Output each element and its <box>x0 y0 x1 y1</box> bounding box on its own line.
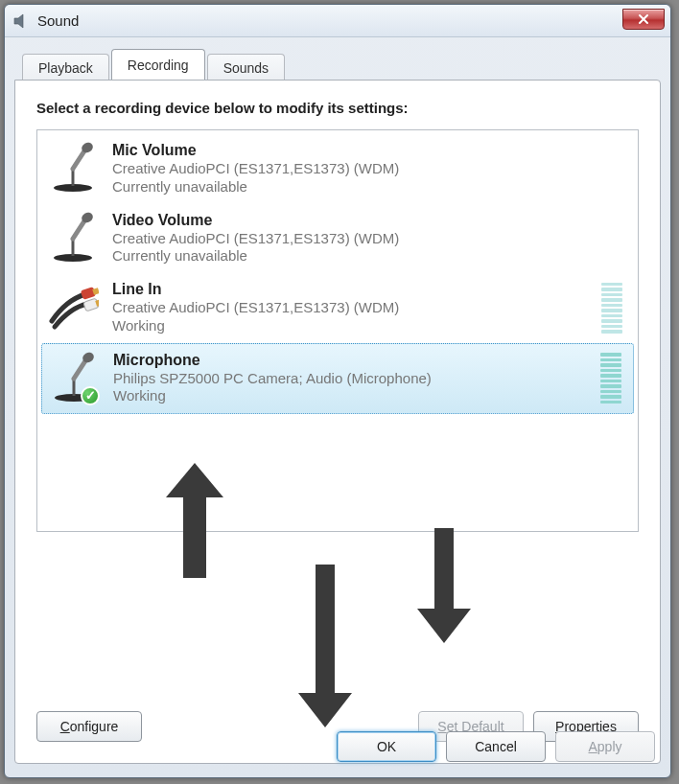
level-meter <box>600 354 621 404</box>
device-item-selected[interactable]: ✓ Microphone Philips SPZ5000 PC Camera; … <box>41 343 634 415</box>
titlebar[interactable]: Sound <box>5 5 670 37</box>
tab-playback[interactable]: Playback <box>22 54 109 81</box>
device-desc: Philips SPZ5000 PC Camera; Audio (Microp… <box>113 369 623 388</box>
annotation-arrow-down <box>417 528 471 643</box>
tab-strip: Playback Recording Sounds <box>14 47 661 80</box>
device-item[interactable]: Mic Volume Creative AudioPCI (ES1371,ES1… <box>41 134 634 204</box>
dialog-button-row: OK Cancel Apply <box>337 731 655 762</box>
audio-cable-icon <box>47 281 99 333</box>
device-desc: Creative AudioPCI (ES1371,ES1373) (WDM) <box>112 229 624 248</box>
svg-marker-0 <box>14 14 23 28</box>
device-list[interactable]: Mic Volume Creative AudioPCI (ES1371,ES1… <box>36 129 639 532</box>
cancel-button[interactable]: Cancel <box>446 731 546 762</box>
device-status: Working <box>112 317 624 334</box>
apply-button[interactable]: Apply <box>555 731 655 762</box>
close-button[interactable] <box>622 9 665 30</box>
svg-marker-12 <box>417 528 471 643</box>
annotation-arrow-down <box>298 565 352 727</box>
level-meter <box>601 283 622 334</box>
device-name: Mic Volume <box>112 142 624 159</box>
device-name: Line In <box>112 281 624 298</box>
device-status: Working <box>113 387 623 404</box>
microphone-icon: ✓ <box>48 352 100 404</box>
tab-recording[interactable]: Recording <box>111 49 205 80</box>
device-desc: Creative AudioPCI (ES1371,ES1373) (WDM) <box>112 159 624 178</box>
device-status: Currently unavailable <box>112 178 624 195</box>
ok-button[interactable]: OK <box>337 731 436 762</box>
device-item[interactable]: Line In Creative AudioPCI (ES1371,ES1373… <box>41 273 634 343</box>
microphone-icon <box>47 142 99 194</box>
device-name: Microphone <box>113 352 623 369</box>
speaker-icon <box>12 12 30 30</box>
instruction-text: Select a recording device below to modif… <box>36 100 639 116</box>
configure-button[interactable]: CConfigureonfigure <box>36 711 142 742</box>
tab-sounds[interactable]: Sounds <box>207 54 285 81</box>
device-item[interactable]: Video Volume Creative AudioPCI (ES1371,E… <box>41 204 634 274</box>
window-title: Sound <box>37 12 79 29</box>
annotation-arrow-up <box>166 463 223 578</box>
device-desc: Creative AudioPCI (ES1371,ES1373) (WDM) <box>112 298 624 317</box>
sound-dialog: Sound Playback Recording Sounds Select a… <box>4 4 671 778</box>
device-name: Video Volume <box>112 212 624 229</box>
svg-marker-13 <box>298 565 352 727</box>
device-status: Currently unavailable <box>112 247 624 264</box>
microphone-icon <box>47 212 99 264</box>
svg-marker-11 <box>166 463 223 578</box>
default-check-icon: ✓ <box>81 386 100 405</box>
